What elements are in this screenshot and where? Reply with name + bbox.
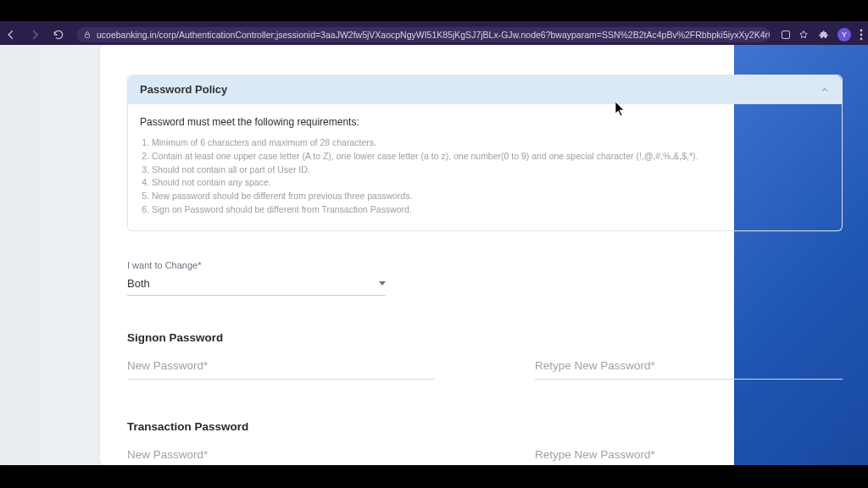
signon-password-title: Signon Password [127,331,843,344]
change-label: I want to Change* [127,260,843,270]
svg-point-1 [860,30,863,32]
back-icon[interactable] [5,29,17,41]
browser-toolbar: ucoebanking.in/corp/AuthenticationContro… [0,25,868,45]
install-icon[interactable] [782,30,790,39]
password-policy-body: Password must meet the following require… [127,104,843,231]
password-policy-title: Password Policy [140,83,227,96]
signon-retype-password-input[interactable] [535,352,843,380]
letterbox-bottom [0,465,868,488]
menu-icon[interactable] [860,29,863,41]
letterbox-top [0,0,868,21]
transaction-new-password-input[interactable] [127,441,435,466]
transaction-password-title: Transaction Password [127,420,843,433]
change-select[interactable]: Both [127,275,386,296]
chevron-up-icon [820,85,830,95]
policy-rule: Contain at least one upper case letter (… [152,150,830,164]
bookmark-icon[interactable] [798,30,809,40]
password-policy-header[interactable]: Password Policy [128,75,842,103]
browser-window: ucoebanking.in/corp/AuthenticationContro… [0,21,868,465]
change-selected-value: Both [127,277,150,290]
password-policy-panel: Password Policy [127,75,843,104]
reload-icon[interactable] [53,29,64,41]
extensions-icon[interactable] [817,29,829,41]
policy-rule: Minimum of 6 characters and maximum of 2… [152,136,830,150]
signon-new-password-input[interactable] [127,352,435,380]
url-text: ucoebanking.in/corp/AuthenticationContro… [97,30,770,40]
profile-avatar[interactable]: Y [837,28,851,42]
policy-rule: Should not contain any space. [152,176,830,190]
forward-icon[interactable] [29,29,41,41]
policy-rule: Should not contain all or part of User I… [152,164,830,177]
page-viewport: Password Policy Password must meet the f… [0,45,868,465]
svg-rect-0 [86,35,90,38]
policy-rule: Sign on Password should be different fro… [152,203,830,217]
dropdown-triangle-icon [379,281,386,286]
lock-icon [83,30,92,39]
svg-point-3 [860,38,863,41]
svg-point-2 [860,34,863,36]
requirements-heading: Password must meet the following require… [140,116,830,128]
transaction-retype-password-input[interactable] [535,441,843,466]
policy-rule: New password should be different from pr… [152,190,830,203]
url-bar[interactable]: ucoebanking.in/corp/AuthenticationContro… [76,27,770,42]
